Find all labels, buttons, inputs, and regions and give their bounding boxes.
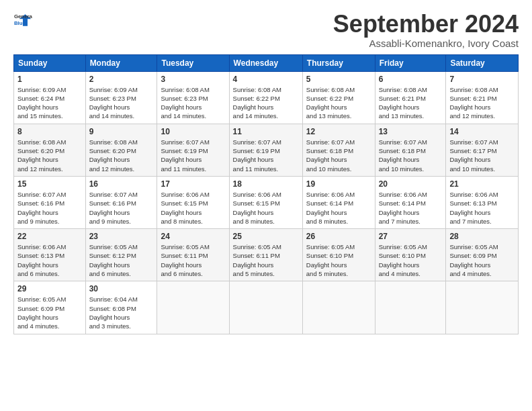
day-number: 11 [233,127,299,136]
day-info: Sunrise: 6:07 AMSunset: 6:16 PMDaylight … [17,191,66,225]
day-number: 6 [379,75,443,84]
calendar-table: Sunday Monday Tuesday Wednesday Thursday… [13,54,519,334]
day-number: 8 [17,127,82,136]
col-monday: Monday [85,54,157,71]
day-info: Sunrise: 6:05 AMSunset: 6:09 PMDaylight … [17,295,66,330]
calendar-cell: 21 Sunrise: 6:06 AMSunset: 6:13 PMDaylig… [446,176,519,228]
day-info: Sunrise: 6:08 AMSunset: 6:21 PMDaylight … [449,86,498,120]
day-number: 20 [379,179,443,189]
calendar-cell: 4 Sunrise: 6:08 AMSunset: 6:22 PMDayligh… [229,71,302,124]
subtitle: Assabli-Komenankro, Ivory Coast [333,38,519,49]
month-title: September 2024 [333,11,519,38]
calendar-cell: 7 Sunrise: 6:08 AMSunset: 6:21 PMDayligh… [446,71,519,124]
logo-icon: General Blue [13,11,32,30]
calendar-cell: 10 Sunrise: 6:07 AMSunset: 6:19 PMDaylig… [157,124,229,176]
col-saturday: Saturday [446,54,519,71]
calendar-row: 15 Sunrise: 6:07 AMSunset: 6:16 PMDaylig… [14,176,519,228]
title-area: September 2024 Assabli-Komenankro, Ivory… [333,11,519,49]
calendar-cell: 17 Sunrise: 6:06 AMSunset: 6:15 PMDaylig… [157,176,229,228]
day-number: 16 [89,179,154,189]
day-info: Sunrise: 6:06 AMSunset: 6:13 PMDaylight … [17,243,66,277]
day-info: Sunrise: 6:06 AMSunset: 6:15 PMDaylight … [233,191,281,225]
calendar-cell: 9 Sunrise: 6:08 AMSunset: 6:20 PMDayligh… [85,124,157,176]
day-number: 29 [17,284,82,293]
calendar-cell: 29 Sunrise: 6:05 AMSunset: 6:09 PMDaylig… [14,281,86,334]
calendar-cell: 16 Sunrise: 6:07 AMSunset: 6:16 PMDaylig… [85,176,157,228]
day-number: 21 [449,179,515,189]
logo: General Blue [13,11,32,30]
calendar-cell: 14 Sunrise: 6:07 AMSunset: 6:17 PMDaylig… [446,124,519,176]
day-info: Sunrise: 6:08 AMSunset: 6:20 PMDaylight … [89,138,138,173]
calendar-cell: 20 Sunrise: 6:06 AMSunset: 6:14 PMDaylig… [375,176,446,228]
calendar-cell: 22 Sunrise: 6:06 AMSunset: 6:13 PMDaylig… [14,229,86,281]
calendar-cell: 18 Sunrise: 6:06 AMSunset: 6:15 PMDaylig… [229,176,302,228]
day-info: Sunrise: 6:05 AMSunset: 6:11 PMDaylight … [161,243,209,277]
day-number: 4 [233,75,299,84]
calendar-cell: 30 Sunrise: 6:04 AMSunset: 6:08 PMDaylig… [85,281,157,334]
calendar-cell: 12 Sunrise: 6:07 AMSunset: 6:18 PMDaylig… [302,124,375,176]
day-number: 24 [161,232,225,241]
day-info: Sunrise: 6:04 AMSunset: 6:08 PMDaylight … [89,295,138,330]
calendar-row: 29 Sunrise: 6:05 AMSunset: 6:09 PMDaylig… [14,281,519,334]
day-number: 18 [233,179,299,189]
day-number: 7 [449,75,515,84]
calendar-cell: 8 Sunrise: 6:08 AMSunset: 6:20 PMDayligh… [14,124,86,176]
calendar-cell [157,281,229,334]
day-number: 9 [89,127,154,136]
day-number: 17 [161,179,225,189]
day-number: 23 [89,232,154,241]
day-info: Sunrise: 6:06 AMSunset: 6:14 PMDaylight … [306,191,355,225]
day-number: 30 [89,284,154,293]
main-container: General Blue September 2024 Assabli-Kome… [0,0,532,341]
day-number: 26 [306,232,371,241]
day-info: Sunrise: 6:06 AMSunset: 6:13 PMDaylight … [449,191,498,225]
calendar-cell [302,281,375,334]
day-number: 28 [449,232,515,241]
calendar-cell: 28 Sunrise: 6:05 AMSunset: 6:09 PMDaylig… [446,229,519,281]
day-number: 25 [233,232,299,241]
day-info: Sunrise: 6:07 AMSunset: 6:19 PMDaylight … [233,138,281,173]
calendar-cell: 11 Sunrise: 6:07 AMSunset: 6:19 PMDaylig… [229,124,302,176]
calendar-cell: 13 Sunrise: 6:07 AMSunset: 6:18 PMDaylig… [375,124,446,176]
day-info: Sunrise: 6:08 AMSunset: 6:23 PMDaylight … [161,86,209,120]
day-number: 5 [306,75,371,84]
day-info: Sunrise: 6:07 AMSunset: 6:17 PMDaylight … [449,138,498,173]
calendar-cell: 5 Sunrise: 6:08 AMSunset: 6:22 PMDayligh… [302,71,375,124]
day-number: 2 [89,75,154,84]
calendar-cell: 27 Sunrise: 6:05 AMSunset: 6:10 PMDaylig… [375,229,446,281]
calendar-cell: 19 Sunrise: 6:06 AMSunset: 6:14 PMDaylig… [302,176,375,228]
day-info: Sunrise: 6:06 AMSunset: 6:15 PMDaylight … [161,191,209,225]
calendar-row: 8 Sunrise: 6:08 AMSunset: 6:20 PMDayligh… [14,124,519,176]
calendar-cell: 25 Sunrise: 6:05 AMSunset: 6:11 PMDaylig… [229,229,302,281]
col-tuesday: Tuesday [157,54,229,71]
day-info: Sunrise: 6:05 AMSunset: 6:12 PMDaylight … [89,243,138,277]
day-info: Sunrise: 6:08 AMSunset: 6:22 PMDaylight … [306,86,355,120]
day-info: Sunrise: 6:05 AMSunset: 6:11 PMDaylight … [233,243,281,277]
calendar-cell: 2 Sunrise: 6:09 AMSunset: 6:23 PMDayligh… [85,71,157,124]
day-info: Sunrise: 6:08 AMSunset: 6:20 PMDaylight … [17,138,66,173]
day-number: 14 [449,127,515,136]
calendar-cell: 23 Sunrise: 6:05 AMSunset: 6:12 PMDaylig… [85,229,157,281]
day-number: 3 [161,75,225,84]
calendar-cell: 1 Sunrise: 6:09 AMSunset: 6:24 PMDayligh… [14,71,86,124]
calendar-cell [229,281,302,334]
header-row: Sunday Monday Tuesday Wednesday Thursday… [14,54,519,71]
day-info: Sunrise: 6:07 AMSunset: 6:16 PMDaylight … [89,191,138,225]
calendar-cell: 15 Sunrise: 6:07 AMSunset: 6:16 PMDaylig… [14,176,86,228]
calendar-cell [446,281,519,334]
day-number: 10 [161,127,225,136]
day-number: 27 [379,232,443,241]
day-info: Sunrise: 6:09 AMSunset: 6:24 PMDaylight … [17,86,66,120]
day-info: Sunrise: 6:05 AMSunset: 6:09 PMDaylight … [449,243,498,277]
calendar-row: 1 Sunrise: 6:09 AMSunset: 6:24 PMDayligh… [14,71,519,124]
calendar-cell: 3 Sunrise: 6:08 AMSunset: 6:23 PMDayligh… [157,71,229,124]
day-info: Sunrise: 6:09 AMSunset: 6:23 PMDaylight … [89,86,138,120]
calendar-row: 22 Sunrise: 6:06 AMSunset: 6:13 PMDaylig… [14,229,519,281]
day-number: 1 [17,75,82,84]
calendar-cell: 26 Sunrise: 6:05 AMSunset: 6:10 PMDaylig… [302,229,375,281]
svg-text:General: General [14,13,32,19]
day-info: Sunrise: 6:08 AMSunset: 6:22 PMDaylight … [233,86,281,120]
col-sunday: Sunday [14,54,86,71]
calendar-cell [375,281,446,334]
day-info: Sunrise: 6:08 AMSunset: 6:21 PMDaylight … [379,86,427,120]
